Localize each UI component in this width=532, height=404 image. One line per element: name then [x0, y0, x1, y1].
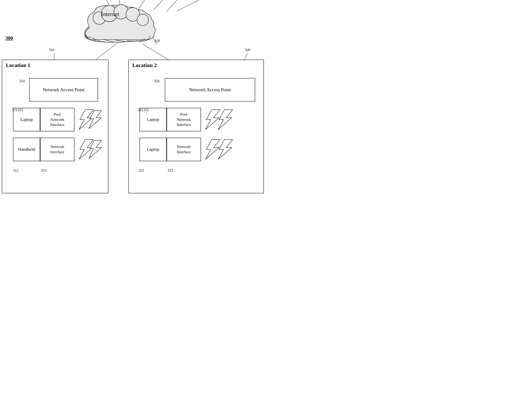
ref-322: 322 [139, 168, 144, 173]
loc2-pool-ni-label: PoolNetworkInterface [177, 112, 191, 127]
ref-324: 324 [154, 79, 159, 83]
svg-line-9 [244, 53, 247, 61]
loc2-laptop2-box: Laptop [139, 138, 167, 161]
svg-marker-30 [218, 110, 233, 130]
loc2-pool-ni-box: PoolNetworkInterface [167, 108, 201, 131]
diagram: 300 [0, 0, 266, 202]
ref-323: 323 [168, 168, 173, 173]
ref-310: 310 [49, 48, 54, 52]
loc2-laptop2-label: Laptop [147, 146, 159, 152]
svg-marker-32 [218, 139, 233, 159]
loc1-handheld-label: Handheld [18, 146, 35, 152]
loc1-nap-label: Network Access Point [43, 87, 84, 93]
loc1-laptop-label: Laptop [20, 117, 33, 122]
loc2-lightning-1 [201, 108, 255, 131]
svg-point-23 [137, 14, 149, 26]
loc1-ni-label: NetworkInterface [50, 144, 64, 154]
loc1-pool-ni-label: PoolNetworkInterface [50, 112, 64, 127]
svg-marker-31 [205, 139, 220, 159]
figure-label: 300 [6, 35, 13, 41]
loc2-nap-label: Network Access Point [189, 87, 231, 93]
internet-cloud [81, 4, 157, 50]
loc2-nap-box: Network Access Point [165, 78, 255, 101]
ref-325: 325 [143, 108, 149, 112]
loc2-laptop1-label: Laptop [147, 117, 159, 122]
loc1-ni-box: NetworkInterface [40, 138, 75, 161]
location-2-title: Location 2 [132, 62, 157, 68]
ref-321: 321 [138, 108, 143, 112]
ref-312: 312 [13, 168, 19, 173]
location-1-box: Location 1 Network Access Point 314 Lapt… [2, 60, 108, 193]
ref-320: 320 [245, 48, 250, 52]
location-1-title: Location 1 [6, 62, 30, 68]
loc1-lightning-2 [75, 138, 107, 161]
loc2-lightning-2 [201, 138, 255, 161]
ref-311: 311 [12, 108, 17, 112]
ref-313: 313 [41, 168, 46, 173]
internet-label: Internet [101, 11, 119, 18]
ref-315: 315 [18, 108, 23, 112]
svg-marker-29 [205, 110, 220, 130]
loc1-lightning-1 [75, 108, 107, 131]
svg-line-4 [166, 0, 177, 12]
loc1-nap-box: Network Access Point [29, 78, 98, 101]
loc1-pool-ni-box: PoolNetworkInterface [40, 108, 75, 131]
ref-314: 314 [19, 79, 25, 83]
loc2-ni-label: NetworkInterface [177, 144, 191, 154]
loc1-handheld-box: Handheld [13, 138, 40, 161]
svg-line-5 [177, 0, 199, 11]
ref-330: 330 [154, 39, 160, 43]
loc2-ni-box: NetworkInterface [167, 138, 201, 161]
location-2-box: Location 2 Network Access Point 324 Lapt… [128, 60, 264, 193]
